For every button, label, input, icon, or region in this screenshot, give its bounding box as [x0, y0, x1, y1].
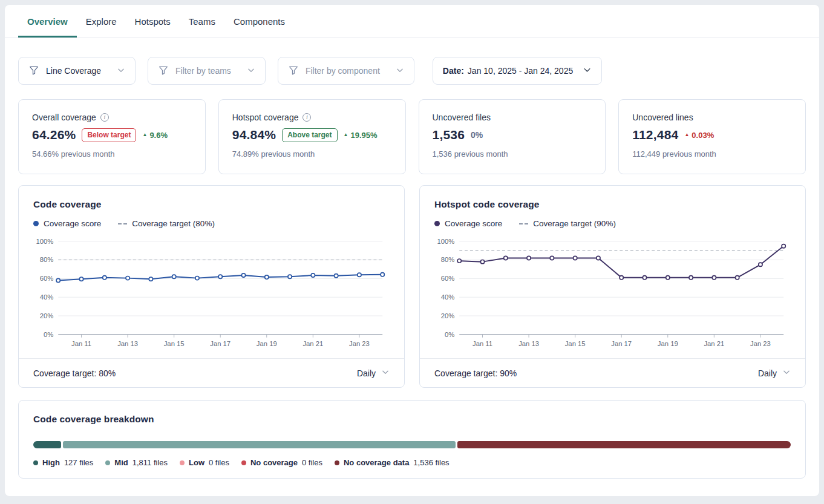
- svg-text:60%: 60%: [40, 275, 54, 282]
- info-icon[interactable]: i: [100, 113, 109, 122]
- svg-text:100%: 100%: [36, 238, 54, 245]
- info-icon[interactable]: i: [302, 113, 311, 122]
- svg-text:40%: 40%: [441, 293, 455, 301]
- status-badge: Above target: [282, 128, 337, 142]
- tab-components[interactable]: Components: [224, 5, 294, 38]
- tab-hotspots[interactable]: Hotspots: [126, 5, 180, 38]
- previous-month-text: 112,449 previous month: [632, 149, 792, 159]
- chevron-down-icon: [117, 66, 125, 76]
- breakdown-legend-item: Mid1,811 files: [105, 458, 168, 467]
- svg-text:100%: 100%: [437, 238, 455, 245]
- svg-text:60%: 60%: [441, 275, 455, 282]
- delta-indicator: ▲ 0.03%: [684, 131, 714, 140]
- tab-teams[interactable]: Teams: [180, 5, 224, 38]
- coverage-target-text: Coverage target: 90%: [434, 368, 517, 378]
- stat-title: Overall coverage: [32, 113, 96, 122]
- delta-indicator: ▲ 19.95%: [344, 131, 378, 140]
- legend-dot-icon: [33, 460, 38, 465]
- date-range-dropdown[interactable]: Date: Jan 10, 2025 - Jan 24, 2025: [433, 57, 602, 85]
- status-badge: Below target: [82, 128, 136, 142]
- stat-value: 112,484: [632, 128, 678, 142]
- coverage-target-text: Coverage target: 80%: [33, 368, 116, 378]
- legend-item-coverage-target: Coverage target (90%): [519, 219, 616, 228]
- funnel-icon: [158, 65, 169, 77]
- chevron-down-icon: [583, 65, 592, 76]
- svg-text:Jan 17: Jan 17: [210, 340, 231, 347]
- funnel-icon: [28, 65, 39, 77]
- dashboard-panel: OverviewExploreHotspotsTeamsComponents L…: [5, 5, 819, 496]
- breakdown-segment-no-coverage-data: [457, 441, 791, 448]
- legend-dot-icon: [180, 460, 185, 465]
- previous-month-text: 54.66% previous month: [32, 149, 192, 159]
- chart-legend: Coverage score Coverage target (90%): [434, 219, 791, 228]
- breakdown-legend-item: Low0 files: [180, 458, 229, 467]
- chart-title: Code coverage: [33, 199, 390, 210]
- stat-card-uncovered-files: Uncovered files 1,536 0% 1,536 previous …: [419, 99, 606, 174]
- hotspot-coverage-chart-card: Hotspot code coverage Coverage score Cov…: [419, 185, 806, 388]
- legend-item-coverage-score: Coverage score: [33, 219, 101, 228]
- breakdown-stacked-bar: [33, 441, 791, 448]
- delta-indicator: 0%: [471, 130, 483, 140]
- charts-row: Code coverage Coverage score Coverage ta…: [5, 174, 819, 388]
- interval-dropdown[interactable]: Daily: [357, 368, 390, 378]
- svg-text:Jan 11: Jan 11: [472, 340, 492, 347]
- tab-overview[interactable]: Overview: [18, 5, 77, 38]
- stat-title: Hotspot coverage: [232, 113, 299, 122]
- legend-dash-icon: [118, 223, 127, 224]
- component-filter-dropdown[interactable]: Filter by component: [278, 57, 414, 85]
- svg-text:Jan 13: Jan 13: [117, 340, 138, 347]
- svg-text:80%: 80%: [441, 256, 455, 263]
- breakdown-legend-item: No coverage data1,536 files: [335, 458, 450, 467]
- breakdown-title: Code coverage breakdown: [33, 414, 791, 425]
- svg-text:0%: 0%: [445, 331, 454, 338]
- teams-filter-placeholder: Filter by teams: [175, 66, 231, 76]
- chart-title: Hotspot code coverage: [434, 199, 791, 210]
- legend-dot-icon: [33, 221, 39, 226]
- teams-filter-dropdown[interactable]: Filter by teams: [148, 57, 266, 85]
- svg-text:Jan 21: Jan 21: [302, 340, 323, 347]
- legend-item-coverage-target: Coverage target (80%): [118, 219, 215, 228]
- date-label: Date:: [443, 66, 464, 76]
- arrow-up-icon: ▲: [142, 133, 147, 137]
- svg-text:Jan 19: Jan 19: [257, 340, 277, 347]
- previous-month-text: 1,536 previous month: [433, 149, 592, 159]
- svg-text:Jan 11: Jan 11: [71, 340, 91, 347]
- code-coverage-line-chart: 0%20%40%60%80%100%Jan 11Jan 13Jan 15Jan …: [33, 233, 390, 355]
- stat-value: 94.84%: [232, 128, 276, 142]
- legend-dot-icon: [434, 221, 440, 226]
- interval-dropdown[interactable]: Daily: [758, 368, 791, 378]
- svg-text:Jan 19: Jan 19: [658, 340, 678, 347]
- chevron-down-icon: [782, 368, 791, 378]
- breakdown-legend: High127 filesMid1,811 filesLow0 filesNo …: [33, 458, 791, 467]
- stat-card-uncovered-lines: Uncovered lines 112,484 ▲ 0.03% 112,449 …: [618, 99, 806, 174]
- top-tab-bar: OverviewExploreHotspotsTeamsComponents: [5, 5, 819, 38]
- svg-text:Jan 13: Jan 13: [518, 340, 539, 347]
- previous-month-text: 74.89% previous month: [232, 149, 392, 159]
- svg-text:Jan 15: Jan 15: [164, 340, 185, 347]
- stat-value: 1,536: [433, 128, 465, 142]
- stats-row: Overall coverage i 64.26% Below target ▲…: [5, 85, 819, 174]
- legend-item-coverage-score: Coverage score: [434, 219, 502, 228]
- funnel-icon: [288, 65, 299, 77]
- chart-legend: Coverage score Coverage target (80%): [33, 219, 390, 228]
- stat-card-overall-coverage: Overall coverage i 64.26% Below target ▲…: [18, 99, 206, 174]
- stat-title: Uncovered files: [433, 113, 491, 122]
- tab-explore[interactable]: Explore: [77, 5, 126, 38]
- metric-filter-label: Line Coverage: [46, 66, 101, 76]
- svg-text:Jan 15: Jan 15: [565, 340, 586, 347]
- hotspot-coverage-line-chart: 0%20%40%60%80%100%Jan 11Jan 13Jan 15Jan …: [434, 233, 791, 355]
- breakdown-legend-item: No coverage0 files: [241, 458, 322, 467]
- svg-text:20%: 20%: [40, 312, 54, 319]
- chevron-down-icon: [247, 66, 255, 76]
- date-range-value: Jan 10, 2025 - Jan 24, 2025: [468, 66, 573, 76]
- arrow-up-icon: ▲: [344, 133, 348, 137]
- svg-text:Jan 17: Jan 17: [611, 340, 632, 347]
- stat-card-hotspot-coverage: Hotspot coverage i 94.84% Above target ▲…: [218, 99, 406, 174]
- stat-value: 64.26%: [32, 128, 76, 142]
- svg-text:Jan 23: Jan 23: [750, 340, 771, 347]
- metric-filter-dropdown[interactable]: Line Coverage: [18, 57, 136, 85]
- arrow-up-icon: ▲: [684, 133, 689, 137]
- legend-dot-icon: [241, 460, 246, 465]
- component-filter-placeholder: Filter by component: [306, 66, 380, 76]
- breakdown-segment-mid: [63, 441, 456, 448]
